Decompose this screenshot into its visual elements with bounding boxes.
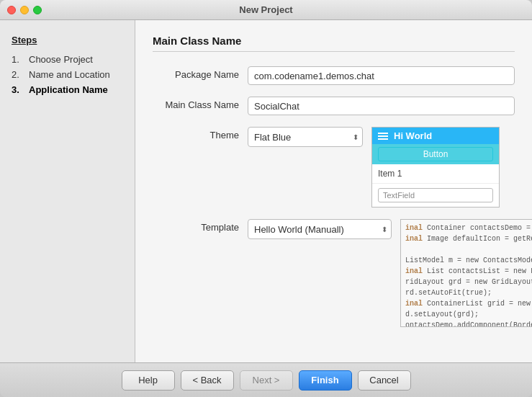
step-2-label: Name and Location [29, 69, 110, 80]
minimize-button[interactable] [20, 6, 29, 14]
title-bar: New Project [0, 0, 532, 20]
step-1-label: Choose Project [29, 54, 93, 65]
steps-heading: Steps [12, 35, 123, 45]
theme-row: Theme Flat Blue Default Dark Light ⬍ [153, 127, 515, 208]
package-name-label: Package Name [153, 66, 239, 80]
preview-menu-icon [378, 133, 388, 140]
sidebar: Steps 1. Choose Project 2. Name and Loca… [0, 20, 135, 362]
main-container: Steps 1. Choose Project 2. Name and Loca… [0, 20, 532, 362]
close-button[interactable] [7, 6, 16, 14]
window-title: New Project [239, 4, 292, 15]
theme-select[interactable]: Flat Blue Default Dark Light [248, 127, 363, 147]
finish-button[interactable]: Finish [299, 370, 352, 391]
preview-title: Hi World [394, 130, 432, 141]
preview-button-row: Button [372, 144, 499, 164]
package-name-row: Package Name [153, 66, 515, 85]
code-line-1: inal Container contactsDemo = new [405, 223, 532, 233]
code-line-8: inal ContainerList grid = new Con [405, 298, 532, 309]
code-line-4: ListModel m = new ContactsModel(Di [405, 255, 532, 266]
step-3-label: Application Name [29, 84, 108, 95]
preview-button: Button [378, 147, 493, 161]
template-select-wrapper: Hello World (Manuall) Empty Tabs ⬍ [248, 219, 392, 239]
theme-preview-panel: Hi World Button Item 1 TextField [371, 127, 500, 208]
main-class-input[interactable] [248, 97, 515, 115]
footer: Help < Back Next > Finish Cancel [0, 362, 532, 397]
main-class-row: Main Class Name [153, 97, 515, 115]
step-3: 3. Application Name [12, 84, 123, 95]
theme-label: Theme [153, 127, 239, 140]
code-line-5: inal List contactsList = new List [405, 266, 532, 277]
menu-line-2 [378, 135, 388, 137]
back-button[interactable]: < Back [181, 370, 234, 391]
code-line-7: rd.setAutoFit(true); [405, 287, 532, 298]
step-3-number: 3. [12, 84, 24, 95]
theme-select-wrapper: Flat Blue Default Dark Light ⬍ [248, 127, 363, 147]
step-1: 1. Choose Project [12, 54, 123, 65]
window-controls[interactable] [7, 6, 42, 14]
template-select[interactable]: Hello World (Manuall) Empty Tabs [248, 219, 392, 239]
code-line-2: inal Image defaultIcon = getResou [405, 233, 532, 244]
template-row: Template Hello World (Manuall) Empty Tab… [153, 219, 515, 327]
step-1-number: 1. [12, 54, 24, 65]
preview-item: Item 1 [372, 164, 499, 184]
main-class-label: Main Class Name [153, 97, 239, 110]
next-button[interactable]: Next > [240, 370, 293, 391]
menu-line-1 [378, 133, 388, 134]
maximize-button[interactable] [33, 6, 42, 14]
code-line-9: d.setLayout(grd); [405, 309, 532, 320]
preview-textfield: TextField [378, 188, 493, 202]
steps-list: 1. Choose Project 2. Name and Location 3… [12, 54, 123, 95]
preview-header: Hi World [372, 128, 499, 144]
code-preview: inal Container contactsDemo = new inal I… [400, 219, 532, 327]
step-2-number: 2. [12, 69, 24, 80]
menu-line-3 [378, 138, 388, 140]
package-name-input[interactable] [248, 66, 515, 85]
theme-section: Flat Blue Default Dark Light ⬍ [248, 127, 500, 208]
cancel-button[interactable]: Cancel [358, 370, 411, 391]
section-title: Main Class Name [153, 35, 515, 52]
template-section: Hello World (Manuall) Empty Tabs ⬍ inal … [248, 219, 532, 327]
step-2: 2. Name and Location [12, 69, 123, 80]
code-line-6: ridLayout grd = new GridLayout(1, [405, 277, 532, 287]
template-label: Template [153, 219, 239, 233]
content-area: Main Class Name Package Name Main Class … [135, 20, 532, 362]
help-button[interactable]: Help [122, 370, 175, 391]
code-line-3 [405, 244, 532, 255]
code-line-10: ontactsDemo.addComponent(BorderLa [405, 320, 532, 327]
